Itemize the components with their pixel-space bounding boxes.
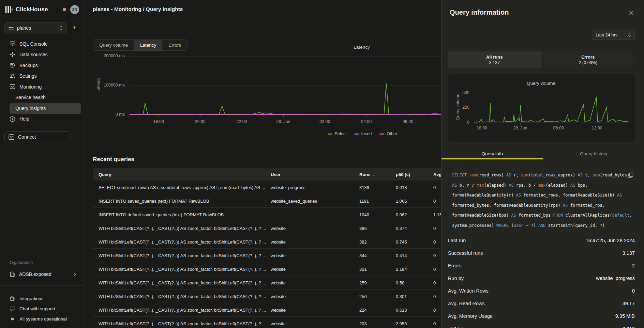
- sidebar-item-label: Service health: [15, 95, 46, 100]
- latency-chart: LatencyLatency0 ms100000 ms200000 ms18:0…: [84, 18, 441, 141]
- column-header-p50-s-[interactable]: p50 (s): [396, 168, 410, 181]
- summary-tab-label: All runs: [486, 54, 503, 60]
- chart-plot-area[interactable]: [474, 91, 628, 123]
- x-tick-label: 20:00: [185, 119, 215, 124]
- stat-row: Errors2: [448, 259, 635, 272]
- sidebar-item-label: Backups: [19, 63, 38, 68]
- notification-dot-icon[interactable]: [63, 8, 66, 11]
- table-row[interactable]: WITH bitShiftLeft(CAST(?..), _CAST(?..))…: [93, 276, 441, 290]
- copy-icon[interactable]: [628, 172, 634, 178]
- sidebar-item-sql-console[interactable]: SQL Console: [0, 38, 84, 49]
- sidebar-footer-label: Chat with support: [19, 306, 55, 311]
- service-selector[interactable]: aws planes: [4, 22, 66, 33]
- stat-label: Avg. Written Rows: [448, 288, 489, 294]
- table-cell: 1.066: [396, 194, 432, 208]
- table-cell: 396: [359, 221, 393, 235]
- legend-item-other[interactable]: Other: [379, 131, 397, 136]
- status-dot-icon: [10, 316, 15, 322]
- sidebar-footer-item-all-systems-operational[interactable]: All systems operational: [0, 314, 84, 324]
- table-cell: 0.301: [396, 290, 432, 303]
- table-cell: WITH bitShiftLeft(CAST(?..), _CAST(?..))…: [99, 221, 269, 235]
- data-sources-icon: [10, 52, 15, 58]
- sidebar-footer-item-integrations[interactable]: Integrations: [0, 293, 84, 303]
- add-service-button[interactable]: +: [69, 23, 79, 33]
- sidebar-item-help[interactable]: ?Help: [0, 114, 84, 125]
- sidebar-header: ClickHouse ZN: [5, 5, 79, 14]
- summary-tab-errors[interactable]: Errors2 (0.06%): [541, 51, 635, 68]
- sidebar-item-label: Help: [19, 116, 29, 122]
- stat-value: 2: [632, 263, 635, 268]
- organization-section-label: Organization: [10, 260, 33, 265]
- table-cell: 382: [359, 235, 393, 249]
- chart-plot-area[interactable]: [130, 51, 441, 115]
- y-tick-label: 250: [441, 105, 469, 110]
- sidebar-divider: [0, 285, 84, 286]
- y-tick-label: 0 ms: [87, 112, 125, 117]
- sql-line: SELECT sum(read_rows) AS r, sum(total_ro…: [452, 170, 636, 181]
- summary-tab-all-runs[interactable]: All runs3,137: [448, 51, 541, 68]
- table-cell: 0.062: [396, 208, 432, 221]
- chart-title: Latency: [354, 45, 370, 50]
- table-row[interactable]: WITH bitShiftLeft(CAST(?..), _CAST(?..))…: [93, 249, 441, 262]
- sidebar-item-data-sources[interactable]: Data sources: [0, 49, 84, 60]
- legend-item-insert[interactable]: Insert: [354, 131, 372, 136]
- sidebar-footer-item-chat-with-support[interactable]: Chat with support: [0, 303, 84, 314]
- stat-row: Avg. Written Rows0: [448, 284, 635, 297]
- table-cell: website: [271, 276, 358, 290]
- sidebar-item-query-insights[interactable]: Query insights: [10, 103, 81, 114]
- x-tick-label: 28. Jun: [505, 126, 536, 130]
- runs-errors-tabs: All runs3,137Errors2 (0.06%): [448, 51, 635, 68]
- avatar[interactable]: ZN: [70, 5, 79, 14]
- table-row[interactable]: WITH bitShiftLeft(CAST(?..), _CAST(?..))…: [93, 317, 441, 328]
- terminal-icon: [10, 41, 15, 47]
- sidebar-item-backups[interactable]: Backups: [0, 60, 84, 71]
- stat-label: Avg. Read Rows: [448, 301, 485, 306]
- stat-row: Run bywebsite_progress: [448, 272, 635, 284]
- stat-row: Successful runs3,137: [448, 247, 635, 259]
- stat-row: Avg. Read Rows39.17: [448, 297, 635, 310]
- close-icon[interactable]: [628, 10, 634, 16]
- table-cell: 0.58: [396, 276, 432, 290]
- backups-icon: [10, 62, 15, 68]
- table-row[interactable]: SELECT sum(read_rows) AS r, sum(total_ro…: [93, 181, 441, 194]
- tab-query-history[interactable]: Query history: [543, 149, 644, 159]
- sidebar-item-label: Data sources: [19, 52, 47, 57]
- sidebar-footer-label: All systems operational: [19, 316, 67, 322]
- sidebar-item-settings[interactable]: Settings: [0, 71, 84, 82]
- stat-value: 16:47:25, Jun 28 2024: [586, 238, 635, 243]
- column-header-query[interactable]: Query: [99, 168, 111, 181]
- legend-label: Other: [387, 131, 397, 136]
- legend-swatch-icon: [328, 134, 332, 135]
- table-row[interactable]: INSERT INTO default.saved_queries (text)…: [93, 208, 441, 221]
- x-tick-label: 04:00: [351, 119, 382, 124]
- connect-button[interactable]: Connect: [4, 131, 71, 142]
- organization-selector[interactable]: ADSB.exposed: [4, 269, 79, 279]
- sidebar-item-service-health[interactable]: Service health: [0, 92, 84, 103]
- table-cell: 2.184: [396, 262, 432, 276]
- connect-icon: [9, 134, 14, 140]
- tab-query-info[interactable]: Query info: [441, 149, 543, 159]
- settings-icon: [10, 73, 15, 79]
- column-header-avg-[interactable]: Avg.: [433, 168, 441, 181]
- sidebar-item-label: Monitoring: [19, 84, 42, 90]
- table-cell: 259: [359, 276, 393, 290]
- legend-item-select[interactable]: Select: [328, 131, 347, 136]
- table-row[interactable]: WITH bitShiftLeft(CAST(?..), _CAST(?..))…: [93, 262, 441, 276]
- table-row[interactable]: WITH bitShiftLeft(CAST(?..), _CAST(?..))…: [93, 290, 441, 303]
- column-header-user[interactable]: User: [271, 168, 281, 181]
- column-header-runs[interactable]: Runs⌄: [359, 168, 375, 181]
- sidebar-item-monitoring[interactable]: Monitoring: [0, 81, 84, 92]
- table-cell: 224: [359, 303, 393, 317]
- stat-value: 9.35 MiB: [615, 313, 635, 319]
- table-row[interactable]: WITH bitShiftLeft(CAST(?..), _CAST(?..))…: [93, 221, 441, 235]
- summary-tab-label: Errors: [581, 54, 595, 60]
- table-row[interactable]: WITH bitShiftLeft(CAST(?..), _CAST(?..))…: [93, 235, 441, 249]
- page-title: planes - Monitoring / Query insights: [93, 6, 183, 12]
- table-row[interactable]: WITH bitShiftLeft(CAST(?..), _CAST(?..))…: [93, 303, 441, 317]
- table-cell: 0: [433, 181, 441, 194]
- table-row[interactable]: INSERT INTO saved_queries (text) FORMAT …: [93, 194, 441, 208]
- stat-value: 0.018: [623, 326, 635, 328]
- sidebar-nav: SQL ConsoleData sourcesBackupsSettingsMo…: [0, 38, 84, 124]
- table-cell: WITH bitShiftLeft(CAST(?..), _CAST(?..))…: [99, 276, 269, 290]
- time-range-select[interactable]: Last 24 hrs: [592, 30, 635, 40]
